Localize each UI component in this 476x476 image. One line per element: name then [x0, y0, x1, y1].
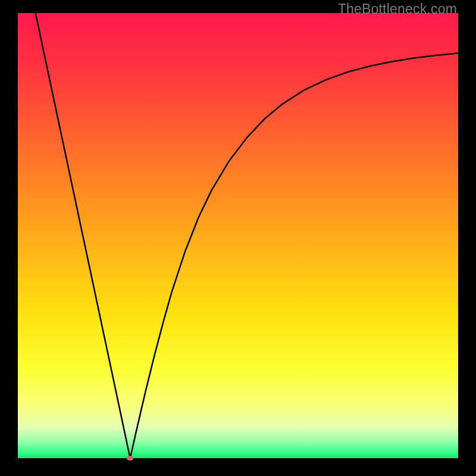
chart-container: { "watermark": "TheBottleneck.com", "cha…	[0, 0, 476, 476]
minimum-marker	[127, 456, 134, 461]
chart-svg	[0, 0, 476, 476]
plot-background	[18, 13, 458, 458]
watermark-text: TheBottleneck.com	[338, 1, 457, 17]
